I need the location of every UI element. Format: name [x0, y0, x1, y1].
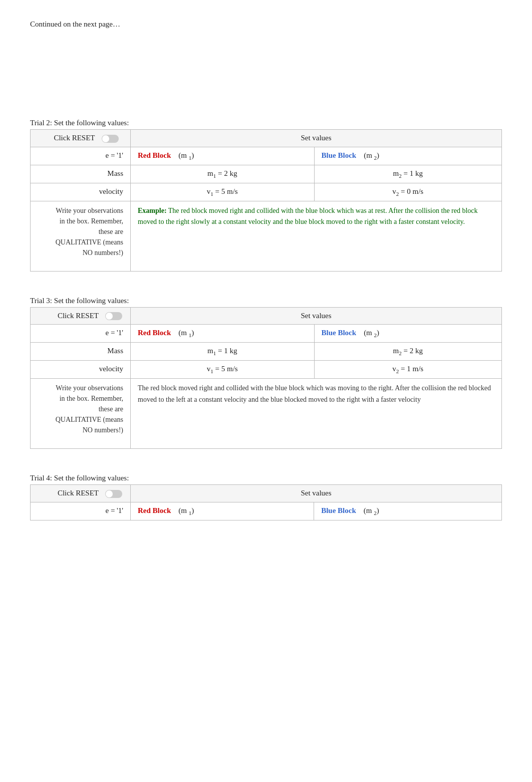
trial-2-obs-row: Write your observations in the box. Reme…	[31, 201, 502, 271]
trial-3-obs-line4: QUALITATIVE (means	[56, 416, 123, 423]
trial-3-red-block-label: Red Block	[138, 329, 171, 337]
trial-2-example-cell: Example: The red block moved right and c…	[131, 201, 502, 271]
trial-3-m1-label: (m 1)	[178, 329, 194, 337]
trial-3-velocity-label: velocity	[31, 361, 131, 379]
trial-3-set-values: Set values	[131, 307, 502, 325]
trial-3-obs-line2: in the box. Remember,	[60, 395, 123, 402]
trial-4-blue-header: Blue Block (m 2)	[314, 502, 502, 520]
trial-3-obs-row: Write your observations in the box. Reme…	[31, 379, 502, 449]
trial-4-blue-block-label: Blue Block	[321, 506, 356, 514]
trial-2-obs-line3: these are	[99, 228, 123, 235]
trial-3-header-row: Click RESET Set values	[31, 307, 502, 325]
trial-3-title: Trial 3: Set the following values:	[30, 297, 502, 305]
trial-4-red-block-label: Red Block	[138, 506, 171, 514]
trial-2-title: Trial 2: Set the following values:	[30, 119, 502, 127]
trial-4-e-cell: e = '1'	[31, 502, 131, 520]
trial-2-e-row: e = '1' Red Block (m 1) Blue Block (m 2)	[31, 147, 502, 165]
trial-3-mass-red: m1 = 1 kg	[131, 343, 315, 361]
trial-2-click-reset: Click RESET	[54, 134, 95, 142]
trial-3-e-row: e = '1' Red Block (m 1) Blue Block (m 2)	[31, 325, 502, 343]
trial-3-table: Click RESET Set values e = '1' Red Block…	[30, 307, 502, 449]
trial-2-example-text: The red block moved right and collided w…	[138, 207, 478, 225]
trial-4-set-values: Set values	[131, 485, 502, 502]
trial-2-vel-blue: v2 = 0 m/s	[314, 183, 501, 201]
trial-2-vel-red: v1 = 5 m/s	[131, 183, 315, 201]
trial-3-click-reset: Click RESET	[58, 312, 99, 320]
trial-2-red-block-label: Red Block	[138, 151, 171, 159]
trial-4-header-row: Click RESET Set values	[31, 485, 502, 502]
trial-2-example-label: Example:	[138, 207, 167, 214]
trial-3-blue-block-label: Blue Block	[322, 329, 357, 337]
trial-2-obs-label: Write your observations in the box. Reme…	[31, 201, 131, 271]
trial-3-vel-blue: v2 = 1 m/s	[314, 361, 501, 379]
trial-3-vel-blue-value: v2 = 1 m/s	[392, 365, 423, 373]
trial-2-header-row: Click RESET Set values	[31, 130, 502, 147]
trial-2-obs-line4: QUALITATIVE (means	[56, 238, 123, 246]
trial-2-toggle[interactable]	[102, 135, 119, 143]
trial-2-reset-cell: Click RESET	[31, 130, 131, 147]
trial-3-red-header: Red Block (m 1)	[131, 325, 315, 343]
trial-4-e-row: e = '1' Red Block (m 1) Blue Block (m 2)	[31, 502, 502, 520]
trial-3-obs-label: Write your observations in the box. Reme…	[31, 379, 131, 449]
trial-3-obs-line1: Write your observations	[56, 384, 123, 392]
trial-2-table: Click RESET Set values e = '1' Red Block…	[30, 129, 502, 272]
trial-3-mass-red-value: m1 = 1 kg	[207, 347, 237, 355]
trial-2-mass-blue: m2 = 1 kg	[314, 165, 501, 183]
trial-2-vel-red-value: v1 = 5 m/s	[207, 187, 238, 195]
trial-2-obs-line1: Write your observations	[56, 207, 123, 214]
trial-3-answer-cell: The red block moved right and collided w…	[131, 379, 502, 449]
trial-2-m2-label: (m 2)	[364, 151, 379, 159]
trial-2-set-values: Set values	[131, 130, 502, 147]
trial-3-section: Trial 3: Set the following values: Click…	[30, 297, 502, 449]
trial-3-obs-line5: NO numbers!)	[83, 426, 123, 434]
trial-4-section: Trial 4: Set the following values: Click…	[30, 474, 502, 520]
trial-2-velocity-row: velocity v1 = 5 m/s v2 = 0 m/s	[31, 183, 502, 201]
trial-2-obs-line5: NO numbers!)	[83, 249, 123, 256]
trial-3-mass-label: Mass	[31, 343, 131, 361]
trial-2-red-header: Red Block (m 1)	[131, 147, 315, 165]
trial-2-mass-row: Mass m1 = 2 kg m2 = 1 kg	[31, 165, 502, 183]
trial-2-obs-line2: in the box. Remember,	[60, 217, 123, 225]
trial-2-blue-header: Blue Block (m 2)	[314, 147, 501, 165]
trial-3-reset-cell: Click RESET	[31, 307, 131, 325]
trial-2-mass-red-value: m1 = 2 kg	[207, 169, 237, 177]
trial-2-blue-block-label: Blue Block	[322, 151, 357, 159]
trial-3-blue-header: Blue Block (m 2)	[314, 325, 501, 343]
trial-2-velocity-label: velocity	[31, 183, 131, 201]
trial-3-obs-line3: these are	[99, 405, 123, 413]
trial-4-table: Click RESET Set values e = '1' Red Block…	[30, 484, 502, 520]
trial-3-velocity-row: velocity v1 = 5 m/s v2 = 1 m/s	[31, 361, 502, 379]
trial-4-m1-label: (m 1)	[178, 506, 194, 514]
trial-2-mass-blue-value: m2 = 1 kg	[393, 169, 423, 177]
trial-2-mass-label: Mass	[31, 165, 131, 183]
trial-2-m1-label: (m 1)	[178, 151, 194, 159]
trial-3-vel-red: v1 = 5 m/s	[131, 361, 315, 379]
trial-4-title: Trial 4: Set the following values:	[30, 474, 502, 482]
trial-2-mass-red: m1 = 2 kg	[131, 165, 315, 183]
trial-3-mass-blue: m2 = 2 kg	[314, 343, 501, 361]
trial-3-toggle[interactable]	[105, 312, 122, 320]
trial-4-m2-label: (m 2)	[364, 506, 379, 514]
trial-2-vel-blue-value: v2 = 0 m/s	[392, 187, 423, 195]
continued-text: Continued on the next page…	[30, 20, 502, 29]
trial-3-e-cell: e = '1'	[31, 325, 131, 343]
trial-3-mass-row: Mass m1 = 1 kg m2 = 2 kg	[31, 343, 502, 361]
trial-3-mass-blue-value: m2 = 2 kg	[393, 347, 423, 355]
trial-2-e-cell: e = '1'	[31, 147, 131, 165]
trial-3-m2-label: (m 2)	[364, 329, 379, 337]
trial-2-section: Trial 2: Set the following values: Click…	[30, 119, 502, 272]
trial-4-toggle[interactable]	[105, 490, 122, 498]
trial-4-click-reset: Click RESET	[58, 489, 99, 497]
trial-4-red-header: Red Block (m 1)	[131, 502, 314, 520]
trial-3-vel-red-value: v1 = 5 m/s	[207, 365, 238, 373]
trial-4-reset-cell: Click RESET	[31, 485, 131, 502]
